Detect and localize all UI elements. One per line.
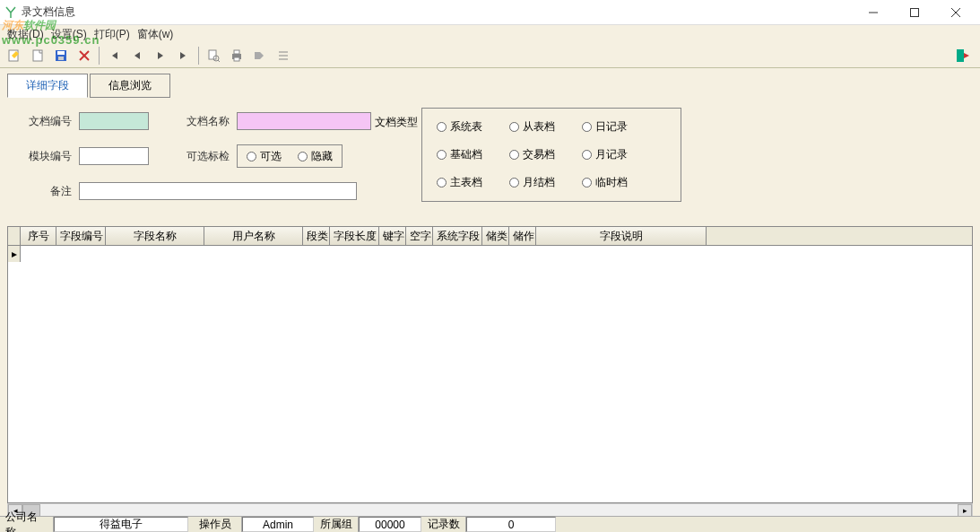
- prev-icon[interactable]: [126, 45, 148, 66]
- opt-flag-label: 可选标检: [176, 149, 230, 164]
- last-icon[interactable]: [173, 45, 195, 66]
- grid-header: 序号字段编号字段名称用户名称段类字段长度键字空字系统字段储类储作字段说明: [8, 227, 972, 246]
- print-icon[interactable]: [226, 45, 247, 66]
- menu-print[interactable]: 打印(P): [94, 27, 130, 42]
- grid-col-header[interactable]: 字段编号: [56, 227, 106, 245]
- tag-icon[interactable]: [249, 45, 271, 66]
- svg-rect-11: [209, 50, 216, 59]
- status-group-value: 00000: [359, 517, 421, 532]
- tab-bar: 详细字段 信息浏览: [7, 74, 980, 98]
- opt-flag-group: 可选 隐藏: [237, 144, 343, 168]
- menu-data[interactable]: 数据(D): [7, 27, 44, 42]
- scroll-right-icon[interactable]: ▸: [958, 504, 972, 517]
- grid-col-header[interactable]: 系统字段: [433, 227, 482, 245]
- new-icon[interactable]: [27, 45, 48, 66]
- radio-basic[interactable]: 基础档: [437, 147, 482, 162]
- radio-temp[interactable]: 临时档: [582, 175, 628, 190]
- grid-col-header[interactable]: 键字: [379, 227, 406, 245]
- row-marker-icon: ▸: [8, 246, 21, 262]
- radio-monthclose[interactable]: 月结档: [509, 175, 555, 190]
- menu-window[interactable]: 窗体(w): [137, 27, 174, 42]
- status-company-value: 得益电子: [54, 517, 188, 532]
- svg-rect-1: [911, 8, 919, 16]
- remark-input[interactable]: [79, 182, 357, 200]
- exit-icon[interactable]: [951, 45, 976, 66]
- svg-rect-5: [33, 50, 42, 61]
- edit-icon[interactable]: [4, 45, 25, 66]
- tab-browse[interactable]: 信息浏览: [90, 74, 170, 98]
- titlebar: 录文档信息: [0, 0, 980, 25]
- first-icon[interactable]: [103, 45, 125, 66]
- close-button[interactable]: [935, 0, 976, 25]
- grid-corner: [8, 227, 21, 245]
- grid-col-header[interactable]: 储作: [509, 227, 536, 245]
- save-icon[interactable]: [50, 45, 72, 66]
- preview-icon[interactable]: [203, 45, 224, 66]
- radio-hidden[interactable]: 隐藏: [298, 149, 333, 164]
- status-operator-label: 操作员: [188, 517, 242, 532]
- doc-type-group: 系统表 从表档 日记录 基础档 交易档 月记录 主表档 月结档 临时档: [421, 108, 681, 202]
- grid-row[interactable]: ▸: [8, 246, 972, 262]
- status-records-label: 记录数: [421, 517, 466, 532]
- svg-rect-16: [234, 57, 239, 61]
- radio-system[interactable]: 系统表: [437, 119, 482, 135]
- doc-name-label: 文档名称: [176, 114, 230, 129]
- svg-rect-20: [957, 49, 964, 62]
- grid-col-header[interactable]: 序号: [21, 227, 56, 245]
- status-company-label: 公司名称: [0, 517, 54, 532]
- svg-rect-8: [58, 57, 64, 60]
- grid-col-header[interactable]: 字段长度: [330, 227, 379, 245]
- radio-subtable[interactable]: 从表档: [509, 119, 555, 135]
- data-grid[interactable]: 序号字段编号字段名称用户名称段类字段长度键字空字系统字段储类储作字段说明 ▸: [7, 226, 973, 503]
- menu-settings[interactable]: 设置(S): [51, 27, 87, 42]
- grid-col-header[interactable]: 用户名称: [204, 227, 303, 245]
- status-records-value: 0: [466, 517, 556, 532]
- grid-col-header[interactable]: 字段说明: [536, 227, 707, 245]
- grid-col-header[interactable]: 字段名称: [106, 227, 204, 245]
- list-icon[interactable]: [273, 45, 294, 66]
- svg-rect-7: [57, 51, 65, 55]
- window-title: 录文档信息: [22, 4, 853, 20]
- grid-col-header[interactable]: 段类: [303, 227, 330, 245]
- toolbar: [0, 43, 980, 68]
- grid-col-header[interactable]: 空字: [406, 227, 433, 245]
- status-bar: 公司名称 得益电子 操作员 Admin 所属组 00000 记录数 0: [0, 516, 980, 532]
- svg-rect-15: [234, 50, 239, 54]
- doc-name-input[interactable]: [237, 112, 371, 130]
- radio-optional[interactable]: 可选: [247, 149, 282, 164]
- doc-id-input[interactable]: [79, 112, 149, 130]
- radio-trans[interactable]: 交易档: [509, 147, 555, 162]
- radio-dayrec[interactable]: 日记录: [582, 119, 628, 135]
- tab-detail[interactable]: 详细字段: [7, 74, 88, 98]
- radio-maintable[interactable]: 主表档: [437, 175, 482, 190]
- menubar: 数据(D) 设置(S) 打印(P) 窗体(w): [0, 25, 980, 43]
- radio-monthrec[interactable]: 月记录: [582, 147, 628, 162]
- mod-id-label: 模块编号: [18, 149, 72, 164]
- minimize-button[interactable]: [853, 0, 894, 25]
- app-icon: [4, 5, 18, 20]
- maximize-button[interactable]: [894, 0, 935, 25]
- doc-id-label: 文档编号: [18, 114, 72, 129]
- mod-id-input[interactable]: [79, 147, 149, 165]
- grid-col-header[interactable]: 储类: [482, 227, 509, 245]
- status-operator-value: Admin: [242, 517, 314, 532]
- delete-icon[interactable]: [74, 45, 95, 66]
- status-group-label: 所属组: [314, 517, 359, 532]
- svg-line-13: [218, 60, 220, 62]
- remark-label: 备注: [18, 184, 72, 199]
- doc-type-label: 文档类型: [375, 115, 418, 130]
- next-icon[interactable]: [150, 45, 171, 66]
